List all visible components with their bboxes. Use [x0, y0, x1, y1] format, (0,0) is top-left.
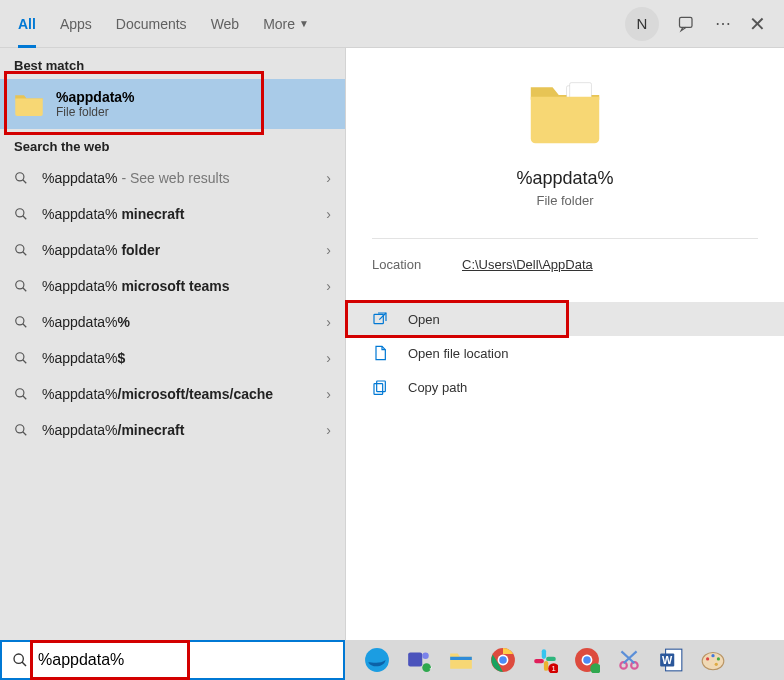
svg-line-14 — [23, 396, 27, 400]
best-match-result[interactable]: %appdata% File folder — [0, 79, 345, 129]
search-icon — [14, 423, 32, 437]
web-suggestion[interactable]: %appdata% folder› — [0, 232, 345, 268]
chevron-right-icon: › — [326, 206, 331, 222]
svg-text:✓: ✓ — [429, 665, 432, 671]
web-suggestion[interactable]: %appdata% microsoft teams› — [0, 268, 345, 304]
svg-line-8 — [23, 288, 27, 292]
location-label: Location — [372, 257, 462, 272]
taskbar-app-explorer[interactable] — [447, 646, 475, 674]
svg-point-53 — [717, 657, 720, 660]
taskbar-search[interactable] — [0, 640, 345, 680]
svg-point-32 — [499, 656, 507, 664]
action-open-label: Open — [408, 312, 440, 327]
taskbar: ✓ 1 W — [0, 640, 784, 680]
search-icon — [14, 279, 32, 293]
user-avatar[interactable]: N — [625, 7, 659, 41]
svg-line-6 — [23, 252, 27, 256]
chevron-right-icon: › — [326, 314, 331, 330]
location-link[interactable]: C:\Users\Dell\AppData — [462, 257, 593, 272]
svg-point-5 — [16, 245, 24, 253]
action-open-file-location[interactable]: Open file location — [346, 336, 784, 370]
suggestion-label: %appdata%% — [42, 314, 326, 330]
more-options-icon[interactable]: ⋯ — [715, 14, 731, 33]
close-icon[interactable]: ✕ — [749, 12, 766, 36]
action-copy-path-label: Copy path — [408, 380, 467, 395]
action-open-file-location-label: Open file location — [408, 346, 508, 361]
taskbar-app-edge[interactable] — [363, 646, 391, 674]
svg-line-16 — [23, 432, 27, 436]
svg-line-23 — [22, 662, 26, 666]
divider — [372, 238, 758, 239]
tab-apps[interactable]: Apps — [60, 0, 92, 48]
svg-rect-21 — [374, 384, 383, 395]
search-icon — [14, 315, 32, 329]
web-suggestion[interactable]: %appdata%%› — [0, 304, 345, 340]
suggestions-list: %appdata% - See web results›%appdata% mi… — [0, 160, 345, 448]
suggestion-label: %appdata%/microsoft/teams/cache — [42, 386, 326, 402]
chevron-down-icon: ▼ — [299, 18, 309, 29]
chevron-right-icon: › — [326, 242, 331, 258]
svg-rect-35 — [544, 661, 548, 671]
svg-point-1 — [16, 173, 24, 181]
taskbar-apps: ✓ 1 W — [345, 646, 727, 674]
tab-all[interactable]: All — [18, 0, 36, 48]
action-list: Open Open file location Copy path — [346, 302, 784, 404]
svg-line-2 — [23, 180, 27, 184]
search-icon — [14, 351, 32, 365]
taskbar-app-slack[interactable]: 1 — [531, 646, 559, 674]
svg-point-22 — [14, 654, 23, 663]
chevron-right-icon: › — [326, 422, 331, 438]
svg-point-26 — [422, 652, 429, 659]
section-search-web: Search the web — [0, 129, 345, 160]
tab-documents[interactable]: Documents — [116, 0, 187, 48]
suggestion-label: %appdata% microsoft teams — [42, 278, 326, 294]
svg-point-9 — [16, 317, 24, 325]
svg-point-7 — [16, 281, 24, 289]
suggestion-label: %appdata%$ — [42, 350, 326, 366]
file-location-icon — [372, 345, 396, 361]
svg-line-12 — [23, 360, 27, 364]
svg-point-52 — [711, 654, 714, 657]
tab-web[interactable]: Web — [211, 0, 240, 48]
suggestion-label: %appdata% - See web results — [42, 170, 326, 186]
web-suggestion[interactable]: %appdata%/minecraft› — [0, 412, 345, 448]
suggestion-label: %appdata% minecraft — [42, 206, 326, 222]
web-suggestion[interactable]: %appdata%/microsoft/teams/cache› — [0, 376, 345, 412]
svg-text:W: W — [662, 654, 673, 666]
taskbar-app-teams[interactable]: ✓ — [405, 646, 433, 674]
copy-icon — [372, 379, 396, 395]
chevron-right-icon: › — [326, 350, 331, 366]
taskbar-app-word[interactable]: W — [657, 646, 685, 674]
folder-large-icon — [525, 78, 605, 148]
chevron-right-icon: › — [326, 386, 331, 402]
main-content: Best match %appdata% File folder Search … — [0, 48, 784, 640]
action-open[interactable]: Open — [346, 302, 784, 336]
preview-title: %appdata% — [346, 168, 784, 189]
web-suggestion[interactable]: %appdata% minecraft› — [0, 196, 345, 232]
chevron-right-icon: › — [326, 170, 331, 186]
search-input[interactable] — [38, 642, 333, 678]
web-suggestion[interactable]: %appdata% - See web results› — [0, 160, 345, 196]
web-suggestion[interactable]: %appdata%$› — [0, 340, 345, 376]
suggestion-label: %appdata% folder — [42, 242, 326, 258]
search-icon — [12, 652, 30, 668]
taskbar-app-paint[interactable] — [699, 646, 727, 674]
svg-point-51 — [706, 657, 709, 660]
best-match-subtitle: File folder — [56, 105, 135, 119]
feedback-icon[interactable] — [677, 14, 697, 34]
tab-more[interactable]: More ▼ — [263, 0, 309, 48]
svg-point-15 — [16, 425, 24, 433]
svg-point-41 — [583, 656, 591, 664]
action-copy-path[interactable]: Copy path — [346, 370, 784, 404]
svg-point-54 — [715, 663, 718, 666]
taskbar-app-chrome[interactable] — [489, 646, 517, 674]
taskbar-app-chrome-alt[interactable] — [573, 646, 601, 674]
svg-rect-33 — [542, 649, 546, 659]
search-icon — [14, 243, 32, 257]
svg-rect-36 — [534, 659, 544, 663]
search-icon — [14, 207, 32, 221]
svg-rect-20 — [377, 381, 386, 392]
location-row: Location C:\Users\Dell\AppData — [346, 251, 784, 278]
suggestion-label: %appdata%/minecraft — [42, 422, 326, 438]
taskbar-app-snip[interactable] — [615, 646, 643, 674]
